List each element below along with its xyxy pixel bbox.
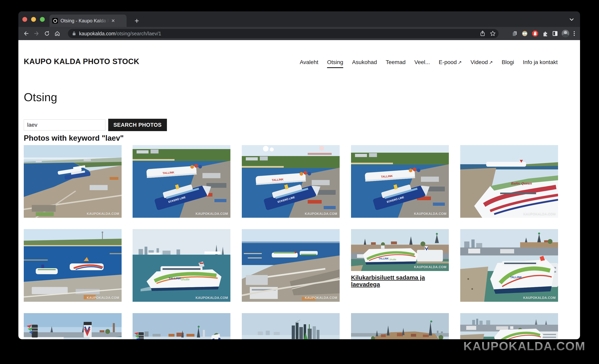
photo-harbour-tallink-eckero[interactable]: TALLINKECKERÖ LINEKAUPOKALDA.COM bbox=[132, 145, 230, 218]
reading-list-icon[interactable] bbox=[512, 31, 518, 36]
minimize-window-button[interactable] bbox=[31, 17, 36, 22]
photo-caption-link[interactable]: Kilukarbisiluett sadama ja laevadega bbox=[351, 274, 449, 288]
extensions-puzzle-icon[interactable] bbox=[542, 30, 548, 37]
photo-shuttle-docked-city[interactable]: TALLINKKAUPOKALDA.COM bbox=[460, 229, 558, 302]
reload-button[interactable] bbox=[42, 28, 52, 39]
photo-watermark: KAUPOKALDA.COM bbox=[87, 296, 119, 300]
photo-old-city-harbour-terminal[interactable]: KAUPOKALDA.COM bbox=[242, 229, 340, 302]
photo-harbour-ferries-terminal[interactable]: TALLINKECKERÖ LINEKAUPOKALDA.COM bbox=[351, 145, 449, 218]
photo-watermark: KAUPOKALDA.COM bbox=[523, 296, 556, 300]
page-watermark: KAUPOKALDA.COM bbox=[463, 339, 585, 353]
lock-icon bbox=[72, 31, 76, 36]
tab-title: Otsing - Kaupo Kalda Photo Stock bbox=[61, 18, 109, 24]
back-button[interactable] bbox=[21, 28, 31, 39]
photo-old-town-panorama[interactable] bbox=[351, 313, 449, 339]
page-content: KAUPO KALDA PHOTO STOCK Avaleht Otsing A… bbox=[18, 40, 580, 339]
photo-harbour-eckero-line[interactable]: TALLINKECKERÖ LINEKAUPOKALDA.COM bbox=[242, 145, 340, 218]
photo-tallinn-bay-port[interactable]: KAUPOKALDA.COM bbox=[24, 229, 122, 302]
url-text: kaupokalda.com/otsing/search/laev/1 bbox=[79, 31, 161, 36]
sidebar-extension-icon[interactable] bbox=[552, 31, 558, 36]
svg-text:Shuttle: Shuttle bbox=[181, 278, 190, 281]
tab-strip: Otsing - Kaupo Kalda Photo Stock ✕ + bbox=[18, 11, 580, 27]
photo-watermark: KAUPOKALDA.COM bbox=[305, 212, 337, 216]
photo-ship-deck-old-town[interactable] bbox=[24, 313, 122, 339]
home-button[interactable] bbox=[52, 28, 62, 39]
browser-tab[interactable]: Otsing - Kaupo Kalda Photo Stock ✕ bbox=[50, 15, 127, 27]
photo-watermark: KAUPOKALDA.COM bbox=[414, 265, 447, 269]
photo-watermark: KAUPOKALDA.COM bbox=[523, 212, 556, 216]
svg-text:TALLINK: TALLINK bbox=[168, 277, 181, 280]
profile-avatar[interactable] bbox=[562, 30, 569, 37]
svg-text:TALLINK: TALLINK bbox=[510, 276, 522, 279]
adblock-extension-icon[interactable] bbox=[532, 30, 538, 37]
photo-watermark: KAUPOKALDA.COM bbox=[195, 212, 228, 216]
svg-text:TALLINK: TALLINK bbox=[379, 257, 389, 260]
svg-text:Shuttle: Shuttle bbox=[389, 258, 396, 261]
bookmark-star-icon[interactable] bbox=[490, 31, 496, 36]
forward-button[interactable] bbox=[32, 28, 42, 39]
site-favicon bbox=[52, 18, 58, 24]
browser-toolbar: kaupokalda.com/otsing/search/laev/1 bbox=[18, 27, 580, 40]
photo-shuttle-docked-small[interactable]: KAUPOKALDA.COM bbox=[460, 313, 558, 339]
photo-skyline-ship-funnel[interactable] bbox=[132, 313, 230, 339]
photo-watermark: KAUPOKALDA.COM bbox=[195, 296, 228, 300]
photo-baltic-queen[interactable]: Baltic QueenKAUPOKALDA.COM bbox=[460, 145, 558, 218]
address-bar[interactable]: kaupokalda.com/otsing/search/laev/1 bbox=[68, 29, 499, 38]
photo-watermark: KAUPOKALDA.COM bbox=[414, 212, 447, 216]
browser-window: Otsing - Kaupo Kalda Photo Stock ✕ + kau… bbox=[18, 11, 580, 339]
svg-text:Baltic Queen: Baltic Queen bbox=[511, 182, 532, 185]
photo-grid: KAUPOKALDA.COMTALLINKECKERÖ LINEKAUPOKAL… bbox=[18, 40, 580, 339]
tab-close-icon[interactable]: ✕ bbox=[111, 18, 115, 23]
photo-watermark: KAUPOKALDA.COM bbox=[305, 296, 337, 300]
close-window-button[interactable] bbox=[22, 17, 27, 22]
photo-megastar-sailing[interactable]: TALLINKShuttleKAUPOKALDA.COM bbox=[132, 229, 230, 302]
photo-aerial-port-overview[interactable]: KAUPOKALDA.COM bbox=[24, 145, 122, 218]
photo-watermark: KAUPOKALDA.COM bbox=[87, 212, 119, 216]
photo-city-towers[interactable] bbox=[242, 313, 340, 339]
new-tab-button[interactable]: + bbox=[132, 16, 142, 26]
tab-search-chevron-icon[interactable] bbox=[569, 18, 574, 22]
menu-kebab-icon[interactable] bbox=[573, 30, 576, 37]
photo-sprat-tin-skyline[interactable]: TALLINKShuttleKAUPOKALDA.COMKilukarbisil… bbox=[351, 229, 449, 288]
zoom-window-button[interactable] bbox=[40, 17, 45, 22]
persona-extension-icon[interactable] bbox=[521, 30, 528, 37]
share-icon[interactable] bbox=[480, 30, 485, 37]
